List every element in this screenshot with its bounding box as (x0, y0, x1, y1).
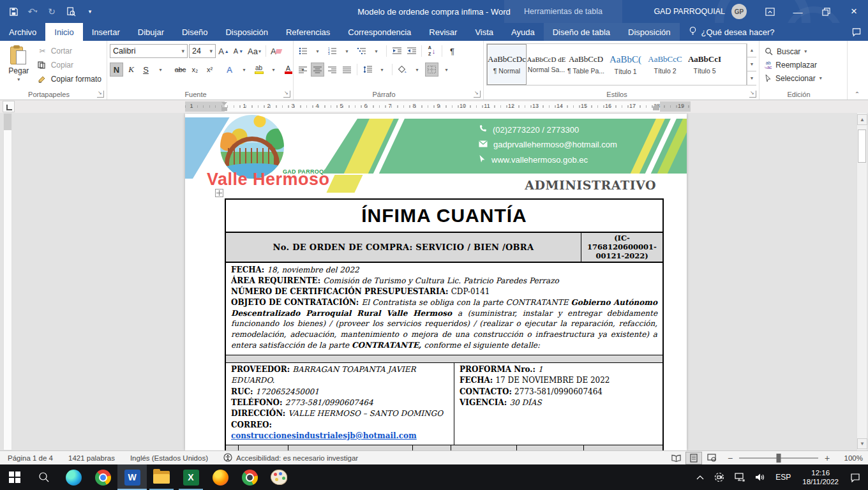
scroll-down-arrow[interactable]: ▼ (857, 438, 867, 449)
zoom-percentage[interactable]: 100% (837, 454, 863, 462)
paragraph-dialog-launcher[interactable] (474, 91, 481, 98)
sort-button[interactable]: AZ ↓ (425, 44, 438, 58)
purchase-order-table[interactable]: ÍNFIMA CUANTÍA No. DE ORDEN DE COMPRA: S… (225, 198, 664, 450)
justify-button[interactable] (340, 63, 354, 77)
highlight-caret[interactable]: ▾ (267, 63, 280, 77)
numbering-caret[interactable]: ▾ (340, 44, 354, 58)
tab-referencias[interactable]: Referencias (277, 23, 339, 41)
undo-icon[interactable]: ↶▾ (24, 3, 41, 20)
shrink-font-button[interactable]: A▼ (232, 44, 245, 58)
styles-more-button[interactable]: ▼ (747, 71, 756, 85)
web-layout-button[interactable] (703, 452, 720, 464)
network-icon[interactable] (731, 464, 749, 490)
ribbon-display-options-icon[interactable] (756, 0, 784, 23)
underline-caret[interactable]: ▾ (154, 63, 167, 77)
feedback-comment-icon[interactable] (851, 23, 862, 41)
tab-disposicion[interactable]: Disposición (216, 23, 276, 41)
align-left-button[interactable] (296, 63, 310, 77)
tab-inicio[interactable]: Inicio (45, 23, 82, 41)
taskbar-word[interactable]: W (117, 464, 147, 490)
taskbar-search-button[interactable] (29, 464, 59, 490)
zoom-out-button[interactable]: − (726, 453, 734, 463)
close-button[interactable]: × (840, 0, 868, 23)
restore-button[interactable] (812, 0, 840, 23)
multilevel-caret[interactable]: ▾ (370, 44, 383, 58)
document-page[interactable]: Valle Hermoso GAD PARROQUIAL (02)2773220… (185, 114, 687, 450)
shading-button[interactable] (396, 63, 409, 77)
tab-stop-selector[interactable] (3, 101, 15, 112)
print-layout-button[interactable] (685, 452, 702, 464)
accessibility-status[interactable]: Accesibilidad: es necesario investigar (216, 453, 366, 463)
zoom-in-button[interactable]: + (823, 453, 831, 463)
font-color-button[interactable]: A (281, 63, 295, 77)
cut-button[interactable]: ✂ Cortar (35, 44, 104, 58)
tab-disposicion-tabla[interactable]: Disposición (619, 23, 679, 41)
change-case-button[interactable]: Aa▾ (246, 44, 262, 58)
subscript-button[interactable]: x₂ (188, 63, 202, 77)
text-effects-button[interactable]: A (223, 63, 236, 77)
numbering-button[interactable]: 123 (326, 44, 339, 58)
highlight-button[interactable]: ab (252, 63, 266, 77)
paste-button[interactable]: Pegar ▾ (3, 43, 35, 86)
scroll-up-arrow[interactable]: ▲ (857, 114, 867, 125)
tab-diseno-de-tabla[interactable]: Diseño de tabla (544, 23, 619, 41)
increase-indent-button[interactable] (405, 44, 418, 58)
styles-scroll-down[interactable]: ▼ (747, 57, 756, 71)
tell-me-box[interactable]: ¿Qué desea hacer? (680, 23, 784, 41)
align-right-button[interactable] (326, 63, 339, 77)
word-count[interactable]: 1421 palabras (61, 454, 123, 462)
borders-caret[interactable]: ▾ (440, 63, 453, 77)
taskbar-edge[interactable] (59, 464, 88, 490)
superscript-button[interactable]: x² (203, 63, 216, 77)
tray-expand-chevron-icon[interactable] (692, 464, 708, 490)
tab-archivo[interactable]: Archivo (0, 23, 45, 41)
styles-scroll-up[interactable]: ▲ (747, 43, 756, 57)
tab-ayuda[interactable]: Ayuda (502, 23, 544, 41)
avatar[interactable]: GP (731, 4, 747, 19)
tab-vista[interactable]: Vista (466, 23, 502, 41)
volume-icon[interactable] (751, 464, 769, 490)
tab-revisar[interactable]: Revisar (420, 23, 466, 41)
indent-marker-left[interactable] (221, 102, 227, 111)
table-move-handle[interactable] (215, 189, 223, 197)
supplier-email-link[interactable]: construccionesindustrialesjb@hotmail.com (231, 431, 417, 440)
line-spacing-button[interactable] (361, 63, 374, 77)
style-table-pa[interactable]: AaBbCcD ¶ Table Pa... (566, 44, 606, 85)
page-indicator[interactable]: Página 1 de 4 (0, 454, 61, 462)
customize-qat-icon[interactable]: ▾ (82, 3, 98, 20)
italic-button[interactable]: K (124, 63, 138, 77)
clear-formatting-button[interactable]: A (269, 44, 283, 58)
collapse-ribbon-icon[interactable]: ⌃ (851, 89, 863, 98)
strikethrough-button[interactable]: abc (174, 63, 187, 77)
text-effects-caret[interactable]: ▾ (237, 63, 251, 77)
tab-correspondencia[interactable]: Correspondencia (339, 23, 420, 41)
decrease-indent-button[interactable] (390, 44, 403, 58)
style-titulo-2[interactable]: AaBbCcC Título 2 (645, 44, 685, 85)
clock[interactable]: 12:16 18/11/2022 (797, 468, 844, 487)
style-normal[interactable]: AaBbCcDc ¶ Normal (487, 44, 527, 85)
meet-now-icon[interactable] (710, 464, 728, 490)
font-size-combobox[interactable]: 24▾ (189, 44, 216, 58)
grow-font-button[interactable]: A▲ (217, 44, 230, 58)
vertical-ruler[interactable] (3, 113, 12, 450)
style-titulo-5[interactable]: AaBbCcI Título 5 (685, 44, 724, 85)
style-titulo-1[interactable]: AaBbC( Título 1 (606, 44, 645, 85)
taskbar-explorer[interactable] (147, 464, 176, 490)
find-button[interactable]: Buscar▾ (762, 45, 844, 58)
copy-button[interactable]: Copiar (35, 58, 104, 72)
language-indicator[interactable]: ESP (772, 464, 795, 490)
borders-button[interactable] (425, 63, 438, 77)
zoom-slider-thumb[interactable] (777, 454, 781, 463)
shading-caret[interactable]: ▾ (410, 63, 424, 77)
bullets-caret[interactable]: ▾ (311, 44, 324, 58)
tab-dibujar[interactable]: Dibujar (129, 23, 173, 41)
taskbar-excel[interactable]: X (176, 464, 206, 490)
scrollbar-thumb[interactable] (858, 130, 866, 163)
language-indicator[interactable]: Inglés (Estados Unidos) (123, 454, 216, 462)
font-dialog-launcher[interactable] (283, 91, 290, 98)
style-normal-sa[interactable]: AaBbCcD dE Normal Sa... (527, 44, 566, 85)
tab-insertar[interactable]: Insertar (83, 23, 129, 41)
underline-button[interactable]: S (139, 63, 153, 77)
action-center-icon[interactable] (846, 464, 864, 490)
zoom-slider[interactable] (739, 457, 818, 459)
